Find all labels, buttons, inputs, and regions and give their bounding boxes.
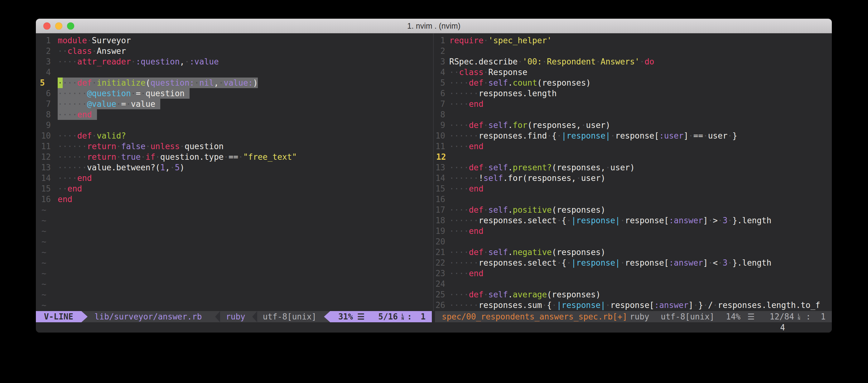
- code-line[interactable]: 16: [435, 194, 832, 205]
- code-line[interactable]: 9: [36, 120, 432, 131]
- line-number: 11: [36, 141, 58, 152]
- code-line[interactable]: 6······responses.length: [435, 88, 832, 99]
- left-statusline: V-LINE lib/surveyor/answer.rb ruby utf-8…: [36, 311, 432, 322]
- pending-command: 4: [780, 322, 785, 333]
- line-number-icon: LN: [402, 313, 404, 320]
- line-number: 8: [435, 109, 449, 120]
- left-code: 1module·Surveyor2··class·Answer3····attr…: [36, 33, 432, 310]
- code-line[interactable]: 7······@value·=·value: [36, 99, 432, 109]
- line-text: ······responses.find·{·|response|·respon…: [449, 131, 737, 141]
- code-line[interactable]: 11····end: [435, 141, 832, 152]
- tilde-icon: ~: [36, 237, 46, 246]
- code-line[interactable]: 12: [435, 152, 832, 162]
- code-line[interactable]: 13······value.between?(1,·5): [36, 162, 432, 173]
- code-line[interactable]: 8: [435, 109, 832, 120]
- code-line[interactable]: 7····end: [435, 99, 832, 109]
- scroll-percent: 31%: [338, 311, 353, 322]
- line-number: 4: [435, 67, 449, 77]
- code-line[interactable]: 21····def·self.negative(responses): [435, 247, 832, 257]
- left-encoding: utf-8[unix]: [260, 311, 324, 322]
- right-filetype: ruby: [627, 311, 649, 322]
- code-line[interactable]: 2: [435, 46, 832, 56]
- code-line[interactable]: 2··class·Answer: [36, 46, 432, 56]
- tilde-icon: ~: [36, 248, 46, 257]
- line-number: 2: [435, 46, 449, 56]
- line-text: ······responses.length: [449, 88, 557, 99]
- code-line[interactable]: 25····def·self.average(responses): [435, 289, 832, 300]
- tilde-icon: ~: [36, 290, 46, 299]
- line-text: ··class·Response: [449, 67, 527, 77]
- line-number: 18: [435, 215, 449, 226]
- code-line[interactable]: 9····def·self.for(responses,·user): [435, 120, 832, 131]
- line-number: 25: [435, 289, 449, 300]
- tilde-line: ~: [36, 247, 432, 257]
- right-pane[interactable]: 1require·'spec_helper'23RSpec.describe·'…: [435, 33, 832, 311]
- code-line[interactable]: 11······return·false·unless·question: [36, 141, 432, 152]
- line-text: ····end: [449, 99, 484, 109]
- line-number: 19: [435, 226, 449, 236]
- code-line[interactable]: 1require·'spec_helper': [435, 35, 832, 46]
- code-line[interactable]: 22······responses.select·{·|response|·re…: [435, 257, 832, 268]
- tilde-icon: ~: [36, 279, 46, 289]
- command-line[interactable]: 4: [36, 322, 832, 333]
- code-line[interactable]: 13····def·self.present?(responses,·user): [435, 162, 832, 173]
- right-position-segment: 14% ☰ 12/84 LN : 1: [723, 311, 832, 322]
- code-line[interactable]: 5····def·initialize(question:·nil,·value…: [36, 77, 432, 88]
- left-pane[interactable]: 1module·Surveyor2··class·Answer3····attr…: [36, 33, 432, 311]
- left-filetype: ruby: [223, 311, 252, 322]
- minimize-button[interactable]: [55, 23, 62, 30]
- code-line[interactable]: 19····end: [435, 226, 832, 236]
- code-line[interactable]: 8····end: [36, 109, 432, 120]
- line-text: ····def·self.present?(responses,·user): [449, 162, 635, 173]
- tilde-icon: ~: [36, 227, 46, 236]
- lines-icon: ☰: [745, 311, 754, 322]
- line-text: module·Surveyor: [58, 35, 131, 46]
- code-line[interactable]: 20: [435, 236, 832, 247]
- line-number: 10: [435, 131, 449, 141]
- zoom-button[interactable]: [67, 23, 74, 30]
- code-line[interactable]: 3RSpec.describe·'00:·Respondent·Answers'…: [435, 56, 832, 67]
- line-number: 15: [36, 183, 58, 194]
- line-text: ····attr_reader·:question,·:value: [58, 56, 219, 67]
- code-line[interactable]: 15····end: [435, 183, 832, 194]
- powerline-arrow-icon: [82, 311, 88, 322]
- code-line[interactable]: 18······responses.select·{·|response|·re…: [435, 215, 832, 226]
- line-number: 6: [36, 88, 58, 99]
- code-line[interactable]: 5····def·self.count(responses): [435, 77, 832, 88]
- tilde-line: ~: [36, 205, 432, 215]
- line-text: require·'spec_helper': [449, 35, 552, 46]
- close-button[interactable]: [43, 23, 51, 30]
- line-number: 1: [36, 35, 58, 46]
- code-line[interactable]: 4··class·Response: [435, 67, 832, 77]
- code-line[interactable]: 24: [435, 279, 832, 289]
- line-number: 23: [435, 268, 449, 279]
- code-line[interactable]: 12······return·true·if·question.type·==·…: [36, 152, 432, 162]
- cursor-position: 5/16: [378, 311, 398, 322]
- code-line[interactable]: 16end: [36, 194, 432, 205]
- tilde-icon: ~: [36, 301, 46, 310]
- code-line[interactable]: 23····end: [435, 268, 832, 279]
- code-line[interactable]: 26······responses.sum·{·|response|·respo…: [435, 300, 832, 310]
- code-line[interactable]: 4: [36, 67, 432, 77]
- line-text: ····end: [449, 183, 484, 194]
- code-line[interactable]: 14····end: [36, 173, 432, 183]
- code-line[interactable]: 1module·Surveyor: [36, 35, 432, 46]
- code-line[interactable]: 10······responses.find·{·|response|·resp…: [435, 131, 832, 141]
- titlebar[interactable]: 1. nvim . (nvim): [36, 19, 832, 33]
- line-number: 14: [36, 173, 58, 183]
- code-line[interactable]: 17····def·self.positive(responses): [435, 205, 832, 215]
- editor-area: 1module·Surveyor2··class·Answer3····attr…: [36, 33, 832, 311]
- right-code: 1require·'spec_helper'23RSpec.describe·'…: [435, 33, 832, 310]
- pane-separator[interactable]: [432, 33, 435, 311]
- code-line[interactable]: 6······@question·=·question: [36, 88, 432, 99]
- code-line[interactable]: 15··end: [36, 183, 432, 194]
- code-line[interactable]: 3····attr_reader·:question,·:value: [36, 56, 432, 67]
- line-text: ······value.between?(1,·5): [58, 162, 185, 173]
- tilde-icon: ~: [36, 258, 46, 268]
- tilde-line: ~: [36, 279, 432, 289]
- code-line[interactable]: 14······!self.for(responses,·user): [435, 173, 832, 183]
- status-row: V-LINE lib/surveyor/answer.rb ruby utf-8…: [36, 311, 832, 322]
- code-line[interactable]: 10····def·valid?: [36, 131, 432, 141]
- line-number: 10: [36, 131, 58, 141]
- colon: :: [407, 311, 412, 322]
